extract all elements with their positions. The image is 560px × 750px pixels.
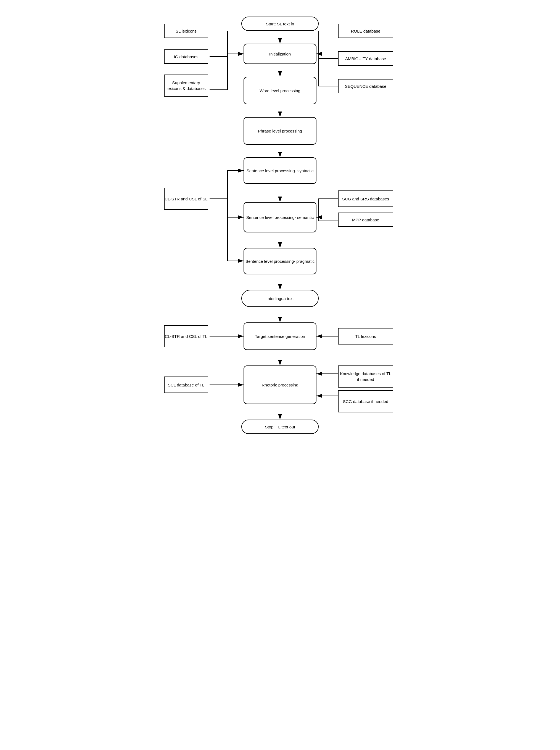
tl-lexicons-node: TL lexicons: [338, 328, 393, 344]
sentence-semantic-node: Sentence level processing- semantic: [243, 202, 317, 232]
sentence-pragmatic-node: Sentence level processing- pragmatic: [243, 248, 317, 275]
ambiguity-db-node: AMBIGUITY database: [338, 51, 393, 66]
scg-srs-db-node: SCG and SRS databases: [338, 190, 393, 207]
target-sentence-node: Target sentence generation: [243, 322, 317, 350]
sl-lexicons-node: SL lexicons: [164, 24, 208, 38]
scg-db-needed-node: SCG database if needed: [338, 390, 393, 412]
phrase-level-node: Phrase level processing: [243, 117, 317, 145]
knowledge-db-node: Knowledge databases of TL if needed: [338, 365, 393, 388]
start-node: Start: SL text in: [241, 17, 319, 31]
flowchart-diagram: Start: SL text in Initialization Word le…: [156, 11, 404, 729]
sentence-syntactic-node: Sentence level processing- syntactic: [243, 157, 317, 184]
stop-node: Stop: TL text out: [241, 420, 319, 434]
mpp-db-node: MPP database: [338, 212, 393, 227]
ig-databases-node: IG databases: [164, 49, 208, 64]
role-db-node: ROLE database: [338, 24, 393, 38]
cl-str-sl-node: CL-STR and CSL of SL: [164, 188, 208, 210]
sequence-db-node: SEQUENCE database: [338, 79, 393, 93]
scl-db-tl-node: SCL database of TL: [164, 377, 208, 393]
supplementary-node: Supplementary lexicons & databases: [164, 75, 208, 97]
initialization-node: Initialization: [243, 44, 317, 64]
rhetoric-node: Rhetoric processing: [243, 365, 317, 404]
cl-str-tl-node: CL-STR and CSL of TL: [164, 325, 208, 347]
interlingua-node: Interlingua text: [241, 290, 319, 307]
word-level-node: Word level processing: [243, 77, 317, 104]
